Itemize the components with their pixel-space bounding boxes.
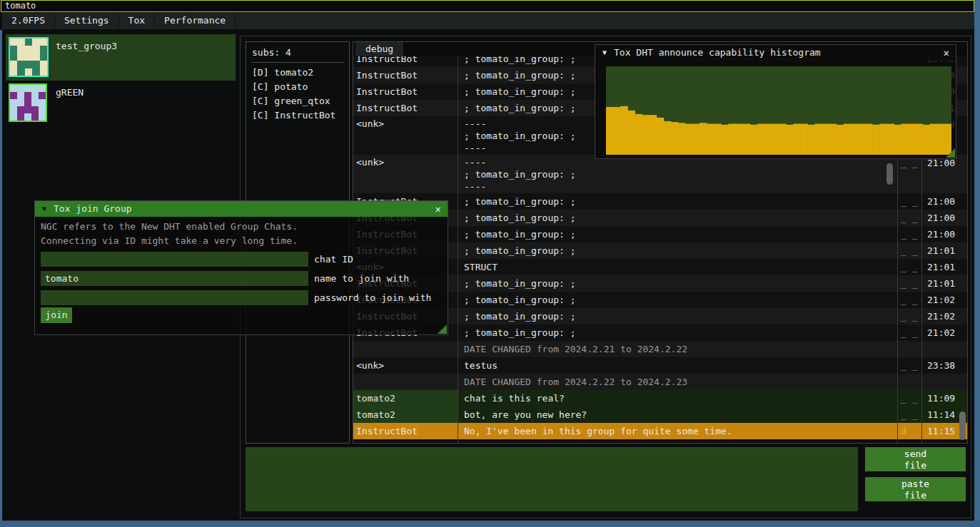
date-changed-cell: DATE CHANGED from 2024.2.21 to 2024.2.22: [458, 341, 898, 357]
flags-cell: [898, 341, 923, 357]
avatar-pixel: [31, 106, 39, 113]
chat-id-row: chat ID: [41, 252, 445, 267]
message-cell: chat is this real?: [458, 390, 898, 406]
avatar-pixel: [24, 113, 31, 121]
os-title-bar[interactable]: tomato: [1, 0, 974, 12]
timestamp-cell: 21:02: [923, 292, 967, 308]
histogram-bar: [707, 124, 714, 155]
sender-name-cell: tomato2: [353, 390, 458, 406]
chat-id-field[interactable]: [41, 252, 308, 267]
avatar-pixel: [17, 106, 24, 113]
subs-list-item[interactable]: [C] potato: [246, 80, 349, 94]
join-password-field[interactable]: [41, 290, 308, 305]
join-password-row: password to join with: [41, 290, 445, 305]
sender-name-cell: InstructBot: [353, 56, 458, 67]
histogram-bar: [923, 125, 931, 155]
flag-1: _: [901, 229, 906, 240]
flags-cell: _ _: [898, 155, 923, 193]
sender-name-cell: InstructBot: [353, 83, 458, 100]
timestamp-cell: 21:01: [923, 259, 967, 275]
menu-item-performance[interactable]: Performance: [155, 13, 236, 29]
group-list-item-test_group3[interactable]: test_group3: [6, 34, 236, 81]
flag-1: _: [901, 196, 906, 207]
flag-1: _: [901, 213, 906, 223]
histogram-bar: [714, 124, 722, 155]
subs-separator: [251, 62, 344, 63]
window-title: tomato: [5, 1, 36, 11]
histogram-bar: [685, 124, 693, 155]
message-cell: No, I've been in this group for quite so…: [458, 423, 898, 439]
chat-row[interactable]: tomato2bot, are you new here?_ _11:14: [353, 406, 967, 423]
histogram-bar: [901, 124, 909, 155]
collapse-arrow-icon[interactable]: ▼: [602, 45, 607, 61]
chat-scrollbar[interactable]: [959, 411, 966, 440]
chat-row[interactable]: <unk>testus_ _23:38: [353, 357, 967, 374]
group-list-item-gREEN[interactable]: gREEN: [6, 83, 236, 123]
join-name-field[interactable]: tomato: [41, 271, 308, 286]
avatar-pixel: [10, 68, 17, 76]
message-cell: ; tomato_in_group: ;: [458, 242, 898, 259]
flags-cell: _ _: [898, 275, 923, 292]
histogram-bar: [650, 115, 657, 155]
close-icon[interactable]: ✕: [435, 201, 441, 217]
paste-file-button[interactable]: paste file: [865, 477, 966, 501]
subs-list-item[interactable]: [C] InstructBot: [246, 108, 349, 123]
flag-2: _: [906, 278, 918, 289]
send-file-button[interactable]: send file: [865, 447, 966, 471]
sender-name-cell: InstructBot: [353, 100, 458, 116]
histogram-bar: [916, 124, 924, 155]
flags-cell: _ _: [898, 324, 923, 341]
subs-header: subs: 4: [252, 47, 291, 58]
menu-item-tox[interactable]: Tox: [119, 13, 155, 29]
histogram-bar: [692, 124, 700, 155]
collapse-arrow-icon[interactable]: ▼: [42, 201, 46, 217]
message-input[interactable]: [246, 447, 858, 511]
close-icon[interactable]: ✕: [944, 45, 949, 61]
message-scrollbar[interactable]: [886, 163, 893, 185]
message-cell: ; tomato_in_group: ;: [458, 292, 898, 308]
histogram-bar: [620, 106, 628, 155]
chat-row[interactable]: DATE CHANGED from 2024.2.22 to 2024.2.23: [353, 374, 967, 390]
resize-grip[interactable]: [946, 148, 955, 158]
chat-row[interactable]: InstructBotNo, I've been in this group f…: [353, 423, 967, 439]
avatar-pixel: [10, 106, 17, 113]
join-name-label: name to join with: [314, 271, 409, 286]
subs-list-item[interactable]: [D] tomato2: [246, 66, 349, 80]
flags-cell: _ _: [898, 226, 923, 242]
flag-2: _: [906, 213, 918, 223]
sender-name-cell: <unk>: [353, 357, 458, 374]
histogram-bar: [793, 124, 801, 155]
resize-grip[interactable]: [438, 324, 447, 334]
chat-row[interactable]: tomato2chat is this real?_ _11:09: [353, 390, 967, 406]
subs-list-item[interactable]: [C] green_qtox: [246, 94, 349, 108]
avatar-pixel: [32, 61, 39, 68]
histogram-bar: [851, 124, 859, 155]
message-cell: ; tomato_in_group: ;: [458, 226, 898, 242]
join-window-title-bar[interactable]: ▼ Tox join Group ✕: [35, 201, 448, 217]
menu-item-settings[interactable]: Settings: [55, 13, 119, 29]
avatar-pixel: [25, 46, 32, 53]
flag-1: _: [901, 311, 906, 322]
avatar-pixel: [40, 53, 47, 61]
histogram-window: ▼ Tox DHT announce capability histogram …: [595, 44, 956, 159]
menu-bar: 2.0FPS SettingsToxPerformance: [2, 13, 974, 29]
avatar-pixel: [10, 99, 17, 106]
histogram-bar: [858, 124, 866, 155]
flag-1: _: [901, 327, 906, 338]
histogram-window-title-bar[interactable]: ▼ Tox DHT announce capability histogram …: [595, 45, 956, 61]
histogram-bar: [786, 125, 794, 155]
avatar-pixel: [31, 113, 39, 121]
group-avatar: [9, 83, 47, 122]
join-password-label: password to join with: [314, 290, 431, 305]
chat-row[interactable]: DATE CHANGED from 2024.2.21 to 2024.2.22: [353, 341, 967, 357]
timestamp-cell: 11:09: [923, 390, 967, 406]
tab-debug[interactable]: debug: [355, 42, 403, 56]
chat-row[interactable]: <unk>---- ; tomato_in_group: ; ----_ _21…: [353, 155, 967, 193]
histogram-bar: [613, 107, 621, 155]
join-button[interactable]: join: [41, 307, 72, 323]
message-cell: ; tomato_in_group: ;: [458, 193, 898, 210]
avatar-pixel: [17, 53, 24, 61]
desktop-edge-bottom: [0, 521, 980, 527]
sender-name-cell: tomato2: [353, 406, 458, 423]
histogram-bar: [937, 124, 945, 155]
